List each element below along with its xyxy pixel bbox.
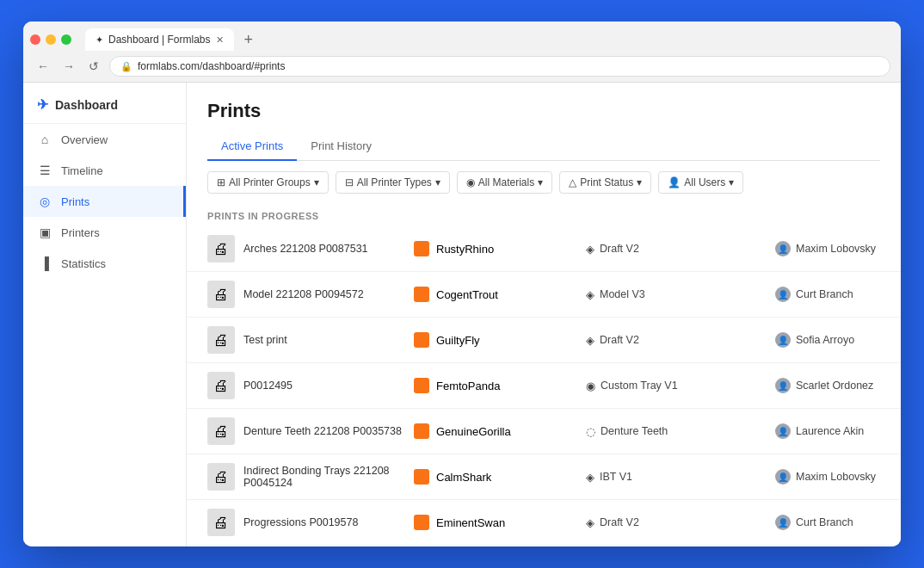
table-row[interactable]: 🖨 Progressions P0019578 EminentSwan ◈ Dr… <box>187 500 901 546</box>
material-icon: ◈ <box>586 471 594 484</box>
sidebar-item-timeline[interactable]: ☰ Timeline <box>23 155 186 186</box>
new-tab-button[interactable]: + <box>237 31 261 49</box>
tab-print-history[interactable]: Print History <box>297 133 385 161</box>
printer-name: GenuineGorilla <box>436 425 511 438</box>
filter-types-label: All Printer Types <box>357 176 432 188</box>
page-header: Prints Active Prints Print History <box>187 83 901 161</box>
user-name: Sofia Arroyo <box>796 334 854 346</box>
address-bar: ← → ↺ 🔒 formlabs.com/dashboard/#prints <box>23 51 901 82</box>
printer-color-dot <box>414 241 429 256</box>
avatar: 👤 <box>775 287 791 302</box>
back-button[interactable]: ← <box>34 58 52 75</box>
brand-icon: ✈ <box>37 96 48 113</box>
printer-color-dot <box>414 287 429 302</box>
material-cell: ◈ Draft V2 <box>586 334 775 347</box>
table-row[interactable]: 🖨 Arches 221208 P0087531 RustyRhino ◈ Dr… <box>187 226 901 272</box>
material-name: Denture Teeth <box>601 425 668 437</box>
minimize-button[interactable] <box>46 34 56 45</box>
forward-button[interactable]: → <box>59 58 78 75</box>
thumb-icon: 🖨 <box>213 286 229 304</box>
filter-materials[interactable]: ◉ All Materials ▾ <box>457 171 552 194</box>
sidebar-brand: ✈ Dashboard <box>23 83 186 124</box>
nav-label-timeline: Timeline <box>61 164 103 177</box>
avatar: 👤 <box>775 378 791 393</box>
material-name: IBT V1 <box>600 471 632 483</box>
user-name: Maxim Lobovsky <box>796 243 876 255</box>
user-cell: 👤 Scarlet Ordonez <box>775 378 880 393</box>
brand-label: Dashboard <box>55 98 118 112</box>
filter-users-chevron: ▾ <box>729 176 734 188</box>
maximize-button[interactable] <box>61 34 71 45</box>
table-row[interactable]: 🖨 Denture Teeth 221208 P0035738 GenuineG… <box>187 409 901 454</box>
filter-types-chevron: ▾ <box>435 176 440 188</box>
user-cell: 👤 Curt Branch <box>775 515 880 530</box>
thumb-icon: 🖨 <box>213 423 229 441</box>
printer-color-dot <box>414 469 429 485</box>
nav-label-prints: Prints <box>61 195 89 208</box>
tab-active-prints[interactable]: Active Prints <box>207 133 297 161</box>
filter-printer-groups[interactable]: ⊞ All Printer Groups ▾ <box>207 171 329 194</box>
print-name-cell: 🖨 Denture Teeth 221208 P0035738 <box>207 417 414 445</box>
table-row[interactable]: 🖨 Permanent Crowns 221209 P0036283 Shrew… <box>187 546 901 546</box>
avatar: 👤 <box>775 332 791 348</box>
close-button[interactable] <box>30 34 40 45</box>
table-row[interactable]: 🖨 Indirect Bonding Trays 221208 P0045124… <box>187 454 901 500</box>
tab-bar-main: Active Prints Print History <box>207 133 880 161</box>
status-icon: △ <box>569 176 576 188</box>
user-cell: 👤 Maxim Lobovsky <box>775 241 880 256</box>
material-name: Draft V2 <box>600 243 639 255</box>
browser-chrome: ✦ Dashboard | Formlabs ✕ + ← → ↺ 🔒 forml… <box>23 22 901 83</box>
table-row[interactable]: 🖨 Model 221208 P0094572 CogentTrout ◈ Mo… <box>187 272 901 318</box>
print-name: Indirect Bonding Trays 221208 P0045124 <box>243 465 414 489</box>
url-bar[interactable]: 🔒 formlabs.com/dashboard/#prints <box>109 56 890 77</box>
filter-printer-types[interactable]: ⊟ All Printer Types ▾ <box>336 171 450 194</box>
user-name: Curt Branch <box>796 288 853 300</box>
user-name: Maxim Lobovsky <box>796 471 876 483</box>
browser-window: ✦ Dashboard | Formlabs ✕ + ← → ↺ 🔒 forml… <box>23 22 901 546</box>
thumb-icon: 🖨 <box>213 514 229 532</box>
filter-users[interactable]: 👤 All Users ▾ <box>658 171 743 194</box>
filter-print-status[interactable]: △ Print Status ▾ <box>559 171 651 194</box>
sidebar-item-statistics[interactable]: ▐ Statistics <box>23 248 186 279</box>
avatar: 👤 <box>775 241 791 256</box>
printer-name: RustyRhino <box>436 243 494 256</box>
sidebar-item-overview[interactable]: ⌂ Overview <box>23 124 186 155</box>
print-name-cell: 🖨 Progressions P0019578 <box>207 509 414 536</box>
material-cell: ◈ Model V3 <box>586 288 775 301</box>
print-thumbnail: 🖨 <box>207 326 235 354</box>
material-icon: ◈ <box>586 288 594 301</box>
printers-icon: ▣ <box>37 225 52 239</box>
active-tab[interactable]: ✦ Dashboard | Formlabs ✕ <box>85 28 234 51</box>
sidebar: ✈ Dashboard ⌂ Overview ☰ Timeline ◎ Prin… <box>23 83 187 546</box>
reload-button[interactable]: ↺ <box>85 58 102 75</box>
printer-groups-icon: ⊞ <box>217 176 225 188</box>
thumb-icon: 🖨 <box>213 377 229 395</box>
printer-color-dot <box>414 378 429 393</box>
print-name-cell: 🖨 Arches 221208 P0087531 <box>207 235 414 262</box>
table-row[interactable]: 🖨 Test print GuiltyFly ◈ Draft V2 👤 Sofi… <box>187 318 901 363</box>
avatar: 👤 <box>775 423 791 439</box>
in-progress-section-label: PRINTS IN PROGRESS <box>187 204 901 226</box>
sidebar-item-printers[interactable]: ▣ Printers <box>23 217 186 248</box>
printer-cell: RustyRhino <box>414 241 586 256</box>
lock-icon: 🔒 <box>120 61 132 72</box>
sidebar-item-prints[interactable]: ◎ Prints <box>23 186 186 217</box>
print-name: Test print <box>243 334 287 346</box>
filter-materials-label: All Materials <box>478 176 534 188</box>
printer-name: EminentSwan <box>436 516 505 529</box>
url-text: formlabs.com/dashboard/#prints <box>138 60 285 72</box>
materials-icon: ◉ <box>466 176 475 188</box>
printer-name: FemtoPanda <box>436 380 500 392</box>
material-icon: ◌ <box>586 425 595 438</box>
material-icon: ◉ <box>586 380 595 392</box>
print-name-cell: 🖨 P0012495 <box>207 372 414 399</box>
timeline-icon: ☰ <box>37 164 52 177</box>
print-name: Arches 221208 P0087531 <box>243 243 368 255</box>
material-name: Draft V2 <box>600 334 639 346</box>
print-thumbnail: 🖨 <box>207 235 235 262</box>
print-name-cell: 🖨 Indirect Bonding Trays 221208 P0045124 <box>207 463 414 491</box>
tab-close-icon[interactable]: ✕ <box>216 34 224 46</box>
print-name: Model 221208 P0094572 <box>243 288 364 300</box>
filter-materials-chevron: ▾ <box>538 176 543 188</box>
table-row[interactable]: 🖨 P0012495 FemtoPanda ◉ Custom Tray V1 👤… <box>187 363 901 409</box>
